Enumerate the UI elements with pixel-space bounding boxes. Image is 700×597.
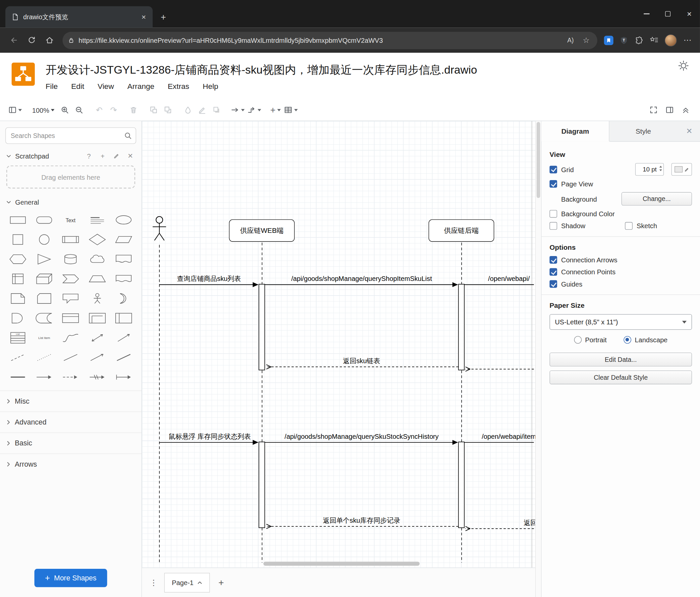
page-tab[interactable]: Page-1 [165, 573, 210, 592]
portrait-radio[interactable] [574, 336, 582, 343]
extension-bookmark-icon[interactable] [604, 35, 613, 45]
clear-default-style-button[interactable]: Clear Default Style [550, 371, 692, 384]
shape-hexagon[interactable] [4, 252, 31, 266]
vertical-scrollbar[interactable] [535, 121, 541, 597]
theme-toggle-button[interactable] [676, 58, 691, 73]
window-minimize-button[interactable] [636, 0, 657, 28]
shape-trapezoid[interactable] [84, 271, 110, 286]
scratchpad-close-icon[interactable]: ✕ [125, 152, 135, 160]
horizontal-scrollbar[interactable] [264, 562, 420, 566]
connection-style-button[interactable] [230, 102, 246, 118]
undo-button[interactable]: ↶ [92, 102, 106, 118]
shape-link[interactable] [84, 369, 110, 384]
shape-callout[interactable] [57, 291, 84, 306]
search-input[interactable] [5, 127, 136, 144]
menu-view[interactable]: View [98, 82, 114, 91]
shape-text[interactable]: Text [57, 212, 84, 227]
table-button[interactable] [283, 102, 299, 118]
connection-points-checkbox[interactable] [550, 268, 557, 276]
back-button[interactable] [5, 32, 22, 49]
shape-container[interactable] [57, 310, 84, 325]
shape-directional-arrow[interactable] [84, 350, 110, 364]
add-page-button[interactable]: + [214, 575, 229, 590]
shape-ellipse[interactable] [110, 212, 137, 227]
menu-edit[interactable]: Edit [71, 82, 84, 91]
shape-card[interactable] [31, 291, 57, 306]
shadow-button[interactable] [209, 102, 224, 118]
shape-rectangle[interactable] [4, 212, 31, 227]
tab-style[interactable]: Style [609, 121, 677, 141]
message-hover-stock-sync[interactable]: 鼠标悬浮 库存同步状态列表 [169, 432, 251, 441]
fullscreen-button[interactable] [646, 102, 660, 118]
shape-circle[interactable] [31, 232, 57, 246]
profile-avatar[interactable] [665, 34, 677, 46]
connection-arrows-checkbox[interactable] [550, 256, 557, 264]
delete-button[interactable] [127, 102, 141, 118]
shape-arrow-with-tail[interactable] [110, 369, 137, 384]
window-maximize-button[interactable] [657, 0, 679, 28]
shape-tape[interactable] [110, 271, 137, 286]
shield-extension-icon[interactable]: T [617, 33, 631, 47]
shape-diagonal-line[interactable] [110, 350, 137, 364]
shadow-checkbox[interactable] [550, 222, 557, 230]
scratchpad-header[interactable]: Scratchpad ? + ✕ [0, 148, 142, 165]
message-api-query-shop-item-sku-list[interactable]: /api/goods/shopManage/queryShopItemSkuLi… [291, 275, 432, 283]
zoom-dropdown[interactable]: 100% [29, 102, 58, 118]
collapse-toolbar-button[interactable] [678, 102, 693, 118]
paper-size-select[interactable]: US-Letter (8,5" x 11") [550, 314, 692, 330]
scratchpad-help-icon[interactable]: ? [84, 152, 94, 160]
pages-menu-button[interactable]: ⋮ [147, 575, 161, 590]
shape-process[interactable] [57, 232, 84, 246]
spinner-up-icon[interactable] [659, 166, 662, 167]
shape-step[interactable] [57, 271, 84, 286]
grid-size-input[interactable]: 10 pt [635, 163, 664, 176]
diagram-canvas[interactable]: 供应链WEB端 供应链后端 查询店铺商品sku列表 /api/goods/sho… [142, 121, 535, 568]
redo-button[interactable]: ↷ [106, 102, 121, 118]
page-view-checkbox[interactable] [550, 180, 557, 188]
message-return-partial[interactable]: 返回 [524, 519, 535, 527]
section-basic-header[interactable]: Basic [0, 432, 142, 453]
grid-color-button[interactable] [672, 163, 692, 176]
shape-curve[interactable] [57, 330, 84, 345]
lifeline-web[interactable]: 供应链WEB端 [229, 219, 295, 242]
menu-help[interactable]: Help [202, 82, 218, 91]
message-open-webapi[interactable]: /open/webapi/ [488, 275, 530, 283]
home-button[interactable] [41, 32, 58, 49]
browser-tab[interactable]: drawio文件预览 ✕ [5, 6, 152, 28]
grid-checkbox[interactable] [550, 166, 557, 173]
shape-cloud[interactable] [84, 252, 110, 266]
shape-internal-storage[interactable] [4, 271, 31, 286]
shape-cube[interactable] [31, 271, 57, 286]
guides-checkbox[interactable] [550, 280, 557, 288]
scratchpad-edit-icon[interactable] [112, 153, 122, 159]
shape-triangle[interactable] [31, 252, 57, 266]
shape-line[interactable] [57, 350, 84, 364]
zoom-in-button[interactable] [58, 102, 72, 118]
panel-close-icon[interactable]: ✕ [684, 126, 694, 136]
shape-note[interactable] [4, 291, 31, 306]
sketch-checkbox[interactable] [625, 222, 633, 230]
extensions-puzzle-icon[interactable] [632, 33, 646, 47]
favorites-bar-icon[interactable] [647, 33, 661, 47]
shape-or[interactable] [110, 291, 137, 306]
edit-data-button[interactable]: Edit Data... [550, 353, 692, 366]
tab-diagram[interactable]: Diagram [542, 121, 609, 141]
shape-arrow[interactable] [31, 369, 57, 384]
actor-figure[interactable] [153, 217, 166, 240]
shape-cylinder[interactable] [57, 252, 84, 266]
lifeline-backend[interactable]: 供应链后端 [429, 219, 494, 242]
reload-button[interactable] [23, 32, 40, 49]
menu-arrange[interactable]: Arrange [127, 82, 154, 91]
portrait-option[interactable]: Portrait [574, 336, 607, 343]
shape-diagonal-arrow[interactable] [110, 330, 137, 345]
menu-extras[interactable]: Extras [168, 82, 189, 91]
shape-square[interactable] [4, 232, 31, 246]
message-open-webapi-item[interactable]: /open/webapi/item [481, 432, 535, 440]
fill-color-button[interactable] [181, 102, 195, 118]
grid-size-spinner[interactable] [659, 166, 662, 171]
section-arrows-header[interactable]: Arrows [0, 454, 142, 475]
favorite-star-icon[interactable]: ☆ [580, 34, 592, 46]
message-api-query-sku-stock-sync-history[interactable]: /api/goods/shopManage/querySkuStockSyncH… [285, 432, 439, 440]
read-aloud-icon[interactable]: A) [565, 34, 576, 46]
more-shapes-button[interactable]: + More Shapes [34, 569, 107, 587]
